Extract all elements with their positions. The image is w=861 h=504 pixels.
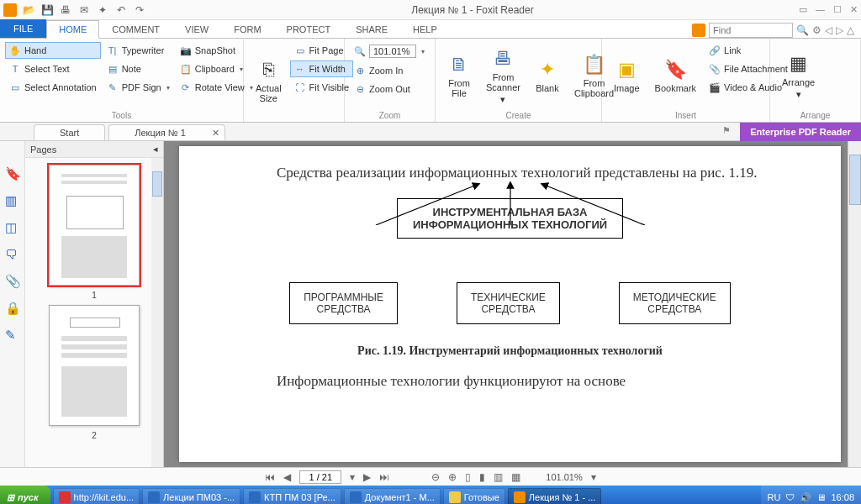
comment-tab[interactable]: COMMENT (99, 19, 172, 38)
note-button[interactable]: ▤Note (103, 60, 174, 77)
gear-icon[interactable]: ⚙ (812, 24, 821, 36)
document-view[interactable]: Средства реализации информационных техно… (164, 141, 861, 467)
next-page-icon[interactable]: ▶ (363, 471, 371, 483)
zoom-group-label: Zoom (350, 109, 430, 120)
signatures-panel-icon[interactable]: ✎ (5, 328, 20, 343)
lang-indicator[interactable]: RU (768, 492, 781, 502)
email-icon[interactable]: ✉ (77, 3, 91, 17)
fit-visible-button[interactable]: ⛶Fit Visible (290, 79, 353, 96)
taskbar-item-6[interactable]: Лекция № 1 - ... (508, 488, 602, 504)
enterprise-banner[interactable]: Enterprise PDF Reader (740, 123, 861, 141)
prev-page-icon[interactable]: ◀ (283, 471, 291, 483)
zoom-value[interactable]: 🔍101.01%▾ (350, 42, 429, 60)
page-thumbnail-1[interactable] (49, 165, 140, 286)
open-icon[interactable]: 📂 (22, 3, 35, 17)
search-icon[interactable]: 🔍 (796, 24, 809, 36)
note-icon: ▤ (107, 63, 119, 75)
clock[interactable]: 16:08 (831, 492, 854, 502)
diagram-box-3: МЕТОДИЧЕСКИЕСРЕДСТВА (619, 282, 731, 324)
file-tab[interactable]: FILE (0, 19, 46, 38)
page-input[interactable] (299, 470, 341, 484)
attachments-panel-icon[interactable]: 📎 (5, 274, 20, 289)
from-file-button[interactable]: 🗎From File (441, 42, 478, 109)
fit-width-button[interactable]: ↔Fit Width (290, 60, 353, 77)
figure-caption: Рис. 1.19. Инструментарий информационных… (246, 344, 774, 358)
minimize-icon[interactable]: — (816, 4, 825, 15)
zoom-icon: 🔍 (354, 45, 366, 57)
actual-size-icon: ⎘ (256, 58, 280, 81)
new-icon[interactable]: ✦ (96, 3, 109, 17)
side-toolbar: 🔖 ▥ ◫ 🗨 📎 🔒 ✎ (0, 141, 25, 467)
start-button[interactable]: ⊞пуск (0, 486, 50, 504)
bookmarks-panel-icon[interactable]: 🔖 (5, 166, 20, 181)
tray-icon-3[interactable]: 🖥 (816, 492, 826, 502)
pages-panel-icon[interactable]: ▥ (5, 193, 20, 208)
actual-size-button[interactable]: ⎘Actual Size (249, 42, 288, 118)
layout-cont-icon[interactable]: ▮ (479, 471, 485, 483)
first-page-icon[interactable]: ⏮ (265, 471, 275, 483)
hand-icon: ✋ (9, 45, 21, 56)
security-panel-icon[interactable]: 🔒 (5, 301, 20, 316)
taskbar-item-1[interactable]: http://ikit.edu... (53, 488, 140, 504)
from-scanner-button[interactable]: 🖶From Scanner▾ (479, 42, 527, 109)
ribbon-min-icon[interactable]: ▭ (799, 4, 807, 15)
pages-collapse-icon[interactable]: ◂ (153, 144, 158, 155)
fit-page-button[interactable]: ▭Fit Page (290, 42, 353, 59)
layout-facing-icon[interactable]: ▥ (494, 471, 503, 483)
last-page-icon[interactable]: ⏭ (379, 471, 389, 483)
view-tab[interactable]: VIEW (172, 19, 221, 38)
typewriter-button[interactable]: T|Typewriter (103, 42, 174, 59)
layout-cont-facing-icon[interactable]: ▦ (511, 471, 520, 483)
taskbar-item-3[interactable]: КТП ПМ 03 [Ре... (243, 488, 341, 504)
taskbar-item-4[interactable]: Документ1 - M... (344, 488, 441, 504)
thumbs-scrollbar[interactable] (151, 158, 163, 467)
arrange-button[interactable]: ▦Arrange▾ (775, 42, 821, 109)
ribbon-collapse-icon[interactable]: △ (847, 24, 854, 36)
doc-scrollbar[interactable] (848, 141, 861, 467)
next-result-icon[interactable]: ▷ (836, 24, 843, 36)
tray-icon-2[interactable]: 🔊 (800, 492, 811, 503)
pdf-sign-button[interactable]: ✎PDF Sign▾ (103, 79, 174, 96)
blank-button[interactable]: ✦Blank (529, 42, 566, 109)
share-tab[interactable]: SHARE (343, 19, 400, 38)
doctab-doc[interactable]: Лекция № 1✕ (108, 124, 225, 140)
title-bar: 📂 💾 🖶 ✉ ✦ ↶ ↷ Лекция № 1 - Foxit Reader … (0, 0, 861, 20)
protect-tab[interactable]: PROTECT (274, 19, 344, 38)
zoom-dd-icon[interactable]: ▾ (591, 471, 596, 483)
save-icon[interactable]: 💾 (40, 3, 54, 17)
page-dropdown-icon[interactable]: ▾ (350, 471, 355, 483)
prev-result-icon[interactable]: ◁ (825, 24, 832, 36)
hand-button[interactable]: ✋Hand (5, 42, 101, 59)
undo-icon[interactable]: ↶ (114, 3, 128, 17)
zoom-out-button[interactable]: ⊖Zoom Out (350, 81, 429, 97)
window-title: Лекция № 1 - Foxit Reader (146, 4, 799, 16)
bookmark-button[interactable]: 🔖Bookmark (648, 42, 704, 109)
page-thumbnail-2[interactable] (49, 305, 140, 426)
flag-icon[interactable]: ⚑ (722, 125, 731, 136)
select-annotation-button[interactable]: ▭Select Annotation (5, 79, 101, 96)
form-tab[interactable]: FORM (221, 19, 273, 38)
taskbar-item-2[interactable]: Лекции ПМ03 -... (142, 488, 240, 504)
ribbon-tabs: FILE HOME COMMENT VIEW FORM PROTECT SHAR… (0, 20, 861, 39)
doctab-start[interactable]: Start (34, 124, 105, 140)
redo-icon[interactable]: ↷ (133, 3, 146, 17)
close-icon[interactable]: ✕ (850, 4, 858, 15)
layout-single-icon[interactable]: ▯ (465, 471, 471, 483)
select-text-button[interactable]: TSelect Text (5, 60, 101, 77)
home-tab[interactable]: HOME (46, 20, 99, 39)
rotate-icon: ⟳ (180, 81, 192, 93)
zoom-in-button[interactable]: ⊕Zoom In (350, 62, 429, 79)
maximize-icon[interactable]: ☐ (833, 4, 842, 15)
search-input[interactable] (709, 23, 793, 38)
layers-panel-icon[interactable]: ◫ (5, 220, 20, 235)
print-icon[interactable]: 🖶 (59, 3, 72, 17)
select-text-icon: T (9, 63, 21, 75)
taskbar-item-5[interactable]: Готовые (443, 488, 505, 504)
image-button[interactable]: ▣Image (607, 42, 647, 109)
comments-panel-icon[interactable]: 🗨 (5, 247, 20, 262)
help-tab[interactable]: HELP (400, 19, 450, 38)
tray-icon-1[interactable]: 🛡 (785, 492, 795, 502)
zoom-out-nav-icon[interactable]: ⊖ (431, 471, 440, 483)
zoom-in-nav-icon[interactable]: ⊕ (448, 471, 457, 483)
doctab-close-icon[interactable]: ✕ (212, 128, 219, 139)
